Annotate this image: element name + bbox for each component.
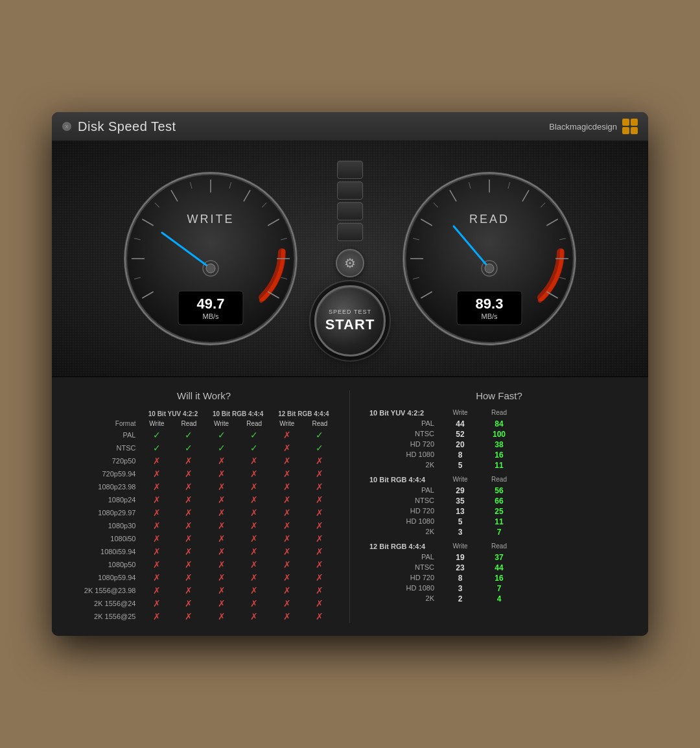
hf-read-value: 11	[480, 461, 519, 470]
table-cell: ✗	[303, 584, 336, 597]
hf-write-value: 2	[441, 594, 480, 603]
hf-write-value: 52	[441, 430, 480, 439]
hf-read-value: 66	[480, 497, 519, 506]
brand-name: Blackmagicdesign	[549, 122, 617, 132]
table-cell: 1080i59.94	[71, 545, 141, 558]
table-cell: ✗	[238, 454, 271, 467]
table-cell: ✗	[303, 532, 336, 545]
table-cell: ✗	[141, 519, 172, 532]
hf-row-label: 2K	[369, 594, 441, 603]
table-cell: ✗	[303, 519, 336, 532]
table-cell: ✗	[205, 506, 238, 519]
table-cell: ✗	[141, 454, 172, 467]
brand-sq-3	[622, 127, 629, 134]
table-cell: 2K 1556@25	[71, 610, 141, 623]
table-cell: ✗	[271, 506, 303, 519]
brand-sq-4	[631, 127, 638, 134]
hf-row-label: PAL	[369, 486, 441, 495]
hf-read-value: 16	[480, 574, 519, 583]
table-cell: ✗	[271, 597, 303, 610]
rgb12-write-header: Write	[271, 419, 303, 428]
hf-row: NTSC52100	[369, 429, 629, 439]
data-section: Will it Work? 10 Bit YUV 4:2:2 10 Bit RG…	[52, 377, 648, 636]
hf-write-value: 20	[441, 440, 480, 449]
table-cell: ✓	[141, 428, 172, 441]
table-cell: ✗	[141, 571, 172, 584]
table-cell: ✗	[141, 558, 172, 571]
table-cell: ✗	[238, 519, 271, 532]
format-btn-1[interactable]	[337, 161, 363, 179]
svg-text:READ: READ	[469, 213, 509, 226]
table-cell: ✗	[205, 597, 238, 610]
table-cell: ✗	[303, 467, 336, 480]
table-cell: ✓	[205, 441, 238, 454]
hf-read-value: 25	[480, 507, 519, 516]
table-cell: 1080p59.94	[71, 571, 141, 584]
table-cell: ✗	[271, 480, 303, 493]
table-cell: ✗	[172, 532, 205, 545]
center-controls: ⚙ SPEED TEST START	[314, 161, 386, 356]
table-row: 1080p50✗✗✗✗✗✗	[71, 558, 336, 571]
format-btn-3[interactable]	[337, 202, 363, 220]
yuv422-read-header: Read	[172, 419, 205, 428]
table-row: 1080p30✗✗✗✗✗✗	[71, 519, 336, 532]
close-button[interactable]: ×	[62, 122, 71, 131]
hf-row: HD 108037	[369, 583, 629, 594]
hf-write-value: 35	[441, 497, 480, 506]
table-cell: ✗	[271, 571, 303, 584]
table-cell: ✗	[205, 493, 238, 506]
table-cell: ✗	[205, 584, 238, 597]
hf-read-value: 11	[480, 517, 519, 526]
hf-row: PAL2956	[369, 485, 629, 496]
table-cell: ✗	[303, 571, 336, 584]
table-cell: ✗	[141, 506, 172, 519]
read-gauge-svg: READ 89.3 MB/s	[399, 168, 580, 349]
hf-row-label: HD 1080	[369, 517, 441, 526]
format-btn-4[interactable]	[337, 223, 363, 241]
table-cell: ✗	[271, 467, 303, 480]
hf-write-value: 23	[441, 563, 480, 572]
table-row: 1080p59.94✗✗✗✗✗✗	[71, 571, 336, 584]
gauges-section: WRITE 49.7 MB/s	[52, 141, 648, 377]
hf-row-label: HD 1080	[369, 450, 441, 460]
table-cell: ✓	[303, 441, 336, 454]
will-it-work-table: 10 Bit YUV 4:2:2 10 Bit RGB 4:4:4 12 Bit…	[71, 409, 336, 623]
app-title: Disk Speed Test	[78, 119, 176, 134]
format-sub-header: Format	[71, 419, 141, 428]
hf-group-name: 12 Bit RGB 4:4:4	[369, 543, 441, 550]
brand-sq-2	[631, 119, 638, 126]
table-cell: ✗	[271, 493, 303, 506]
table-cell: PAL	[71, 428, 141, 441]
hf-group-name: 10 Bit YUV 4:2:2	[369, 409, 441, 417]
hf-row: 2K511	[369, 460, 629, 471]
table-cell: ✗	[271, 532, 303, 545]
gear-button[interactable]: ⚙	[336, 249, 364, 277]
hf-write-header: Write	[441, 476, 480, 484]
table-cell: ✗	[303, 454, 336, 467]
table-cell: ✗	[271, 558, 303, 571]
table-cell: ✗	[238, 480, 271, 493]
table-row: 1080p24✗✗✗✗✗✗	[71, 493, 336, 506]
table-cell: ✓	[172, 441, 205, 454]
hf-read-value: 56	[480, 486, 519, 495]
table-cell: ✗	[205, 532, 238, 545]
table-cell: ✗	[271, 441, 303, 454]
hf-row-label: PAL	[369, 553, 441, 562]
hf-row-label: 2K	[369, 528, 441, 537]
how-fast-group: 10 Bit RGB 4:4:4WriteReadPAL2956NTSC3566…	[369, 476, 629, 537]
format-btn-2[interactable]	[337, 181, 363, 200]
hf-write-value: 19	[441, 553, 480, 562]
hf-row: HD 1080511	[369, 517, 629, 527]
table-row: 2K 1556@24✗✗✗✗✗✗	[71, 597, 336, 610]
hf-read-header: Read	[480, 543, 519, 550]
will-it-work-panel: Will it Work? 10 Bit YUV 4:2:2 10 Bit RG…	[71, 390, 350, 623]
table-cell: ✗	[271, 428, 303, 441]
hf-read-value: 7	[480, 528, 519, 537]
table-cell: ✗	[238, 493, 271, 506]
hf-write-header: Write	[441, 543, 480, 550]
table-cell: ✗	[141, 545, 172, 558]
hf-row: PAL1937	[369, 552, 629, 563]
start-button[interactable]: SPEED TEST START	[314, 285, 386, 356]
table-cell: ✗	[141, 493, 172, 506]
table-cell: ✗	[172, 584, 205, 597]
